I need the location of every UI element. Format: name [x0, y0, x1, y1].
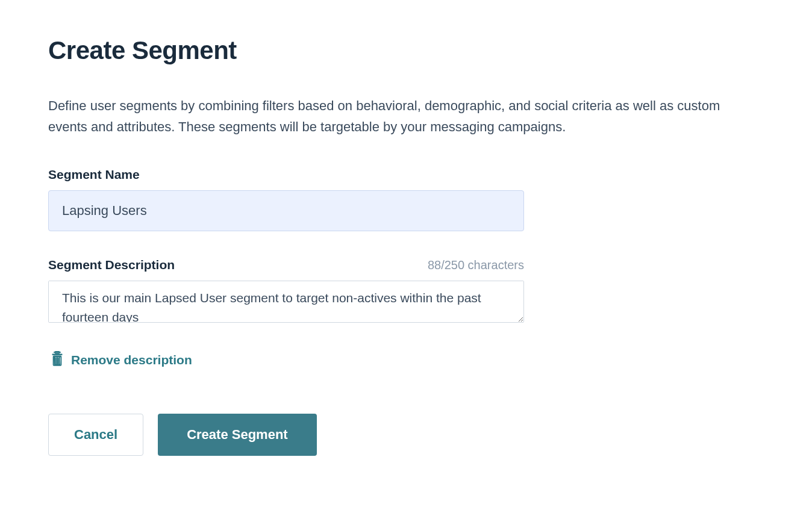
segment-description-input[interactable]: [48, 281, 524, 323]
action-button-row: Cancel Create Segment: [48, 414, 524, 456]
cancel-button[interactable]: Cancel: [48, 414, 143, 456]
trash-icon: [51, 350, 64, 369]
svg-rect-3: [52, 354, 63, 355]
create-segment-button[interactable]: Create Segment: [158, 414, 317, 456]
page-title: Create Segment: [48, 36, 764, 65]
remove-description-button[interactable]: Remove description: [48, 348, 195, 372]
svg-rect-1: [55, 358, 56, 364]
segment-description-group: Segment Description 88/250 characters: [48, 258, 524, 325]
segment-name-input[interactable]: [48, 190, 524, 231]
segment-name-group: Segment Name: [48, 167, 524, 231]
svg-rect-2: [58, 358, 58, 364]
remove-description-label: Remove description: [71, 353, 192, 367]
segment-name-label: Segment Name: [48, 167, 524, 182]
segment-description-label: Segment Description: [48, 258, 175, 272]
character-count: 88/250 characters: [428, 258, 524, 272]
intro-text: Define user segments by combining filter…: [48, 95, 759, 137]
